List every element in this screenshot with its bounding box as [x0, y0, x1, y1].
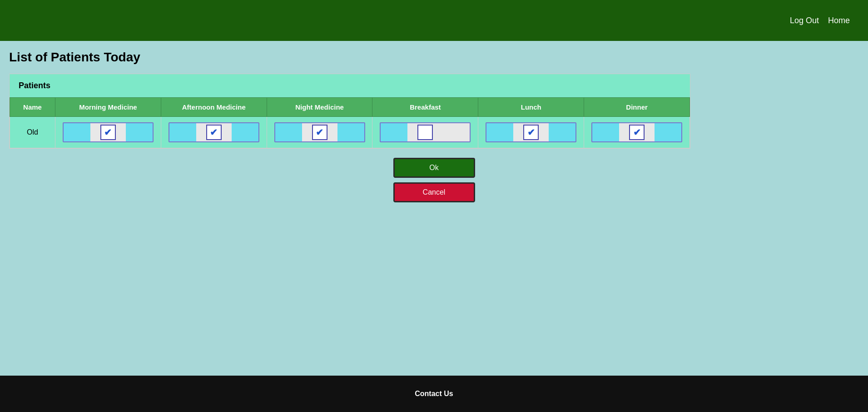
col-breakfast: Breakfast [372, 98, 478, 117]
table-container: Patients Name Morning Medicine Afternoon… [9, 74, 690, 149]
col-afternoon-medicine: Afternoon Medicine [161, 98, 267, 117]
table-row: Old✔✔✔✔✔ [10, 117, 690, 148]
table-header-row: Name Morning Medicine Afternoon Medicine… [10, 98, 690, 117]
cell-name: Old [10, 117, 55, 148]
footer: Contact Us [0, 376, 868, 412]
cell-lunch[interactable]: ✔ [478, 117, 584, 148]
header-nav: Log Out Home [790, 16, 850, 25]
cell-afternoon_medicine[interactable]: ✔ [161, 117, 267, 148]
checkbox-wrapper-afternoon_medicine[interactable]: ✔ [169, 122, 259, 142]
checkmark-afternoon_medicine: ✔ [210, 127, 218, 138]
checkbox-wrapper-morning_medicine[interactable]: ✔ [63, 122, 154, 142]
checkbox-wrapper-dinner[interactable]: ✔ [591, 122, 682, 142]
home-link[interactable]: Home [828, 16, 850, 25]
main-content: List of Patients Today Patients Name Mor… [0, 41, 868, 376]
cell-dinner[interactable]: ✔ [584, 117, 690, 148]
checkbox-morning_medicine[interactable]: ✔ [100, 125, 116, 140]
buttons-area: Ok Cancel [9, 158, 859, 202]
checkbox-wrapper-lunch[interactable]: ✔ [486, 122, 576, 142]
header: Log Out Home [0, 0, 868, 41]
patients-header-cell: Patients [14, 76, 55, 95]
patients-table: Name Morning Medicine Afternoon Medicine… [10, 97, 690, 148]
patients-header-row: Patients [10, 74, 690, 97]
checkmark-morning_medicine: ✔ [104, 127, 112, 138]
ok-button[interactable]: Ok [393, 158, 475, 178]
contact-label: Contact Us [415, 390, 453, 398]
checkbox-lunch[interactable]: ✔ [523, 125, 539, 140]
col-name: Name [10, 98, 55, 117]
cell-night_medicine[interactable]: ✔ [267, 117, 372, 148]
col-lunch: Lunch [478, 98, 584, 117]
checkbox-dinner[interactable]: ✔ [629, 125, 645, 140]
cell-morning_medicine[interactable]: ✔ [55, 117, 161, 148]
checkbox-wrapper-breakfast[interactable] [380, 122, 471, 142]
checkbox-breakfast[interactable] [417, 125, 433, 140]
checkmark-lunch: ✔ [527, 127, 535, 138]
cancel-button[interactable]: Cancel [393, 182, 475, 202]
checkmark-dinner: ✔ [633, 127, 641, 138]
checkmark-night_medicine: ✔ [316, 127, 323, 138]
col-night-medicine: Night Medicine [267, 98, 372, 117]
col-dinner: Dinner [584, 98, 690, 117]
logout-link[interactable]: Log Out [790, 16, 819, 25]
checkbox-night_medicine[interactable]: ✔ [312, 125, 327, 140]
page-title: List of Patients Today [9, 50, 859, 65]
checkbox-wrapper-night_medicine[interactable]: ✔ [274, 122, 365, 142]
cell-breakfast[interactable] [372, 117, 478, 148]
checkbox-afternoon_medicine[interactable]: ✔ [206, 125, 222, 140]
col-morning-medicine: Morning Medicine [55, 98, 161, 117]
